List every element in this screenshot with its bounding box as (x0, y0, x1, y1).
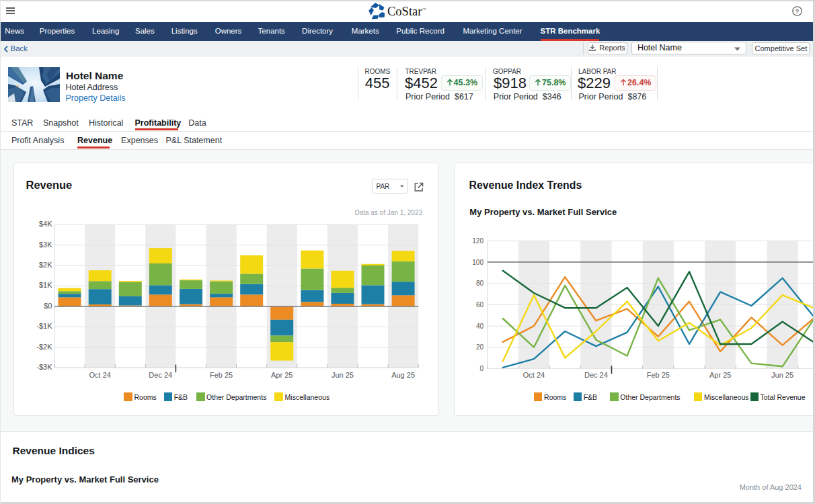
svg-text:Feb 25: Feb 25 (647, 371, 670, 379)
svg-text:Apr 25: Apr 25 (709, 371, 731, 379)
svg-text:120: 120 (472, 237, 483, 245)
svg-text:80: 80 (476, 280, 484, 287)
svg-text:20: 20 (476, 343, 484, 351)
svg-text:100: 100 (472, 259, 483, 266)
svg-text:Oct 24: Oct 24 (523, 371, 545, 379)
svg-text:Jun 25: Jun 25 (771, 371, 793, 379)
svg-text:60: 60 (476, 301, 484, 308)
svg-text:40: 40 (476, 323, 484, 330)
svg-text:0: 0 (479, 365, 483, 372)
svg-text:Dec 24: Dec 24 (584, 371, 608, 379)
